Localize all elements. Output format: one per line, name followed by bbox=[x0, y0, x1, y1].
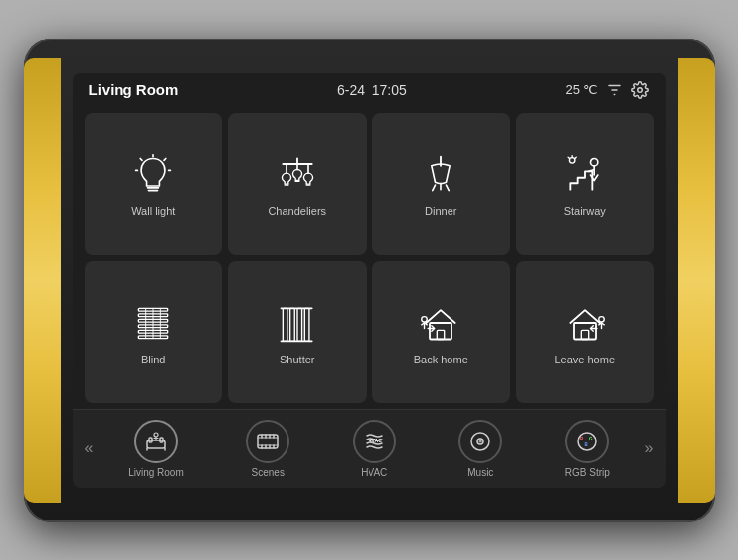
temperature: 25 ℃ bbox=[565, 82, 598, 97]
svg-text:R: R bbox=[580, 437, 584, 441]
nav-item-hvac[interactable]: HVAC HVAC bbox=[353, 420, 396, 478]
svg-point-23 bbox=[590, 158, 597, 165]
chandeliers-icon bbox=[273, 150, 322, 200]
svg-line-30 bbox=[568, 157, 569, 158]
svg-point-66 bbox=[154, 433, 158, 437]
living-room-nav-icon bbox=[134, 420, 178, 463]
svg-point-3 bbox=[638, 87, 643, 92]
svg-line-8 bbox=[164, 158, 166, 160]
nav-next-button[interactable]: » bbox=[641, 440, 658, 457]
stairway-label: Stairway bbox=[564, 205, 606, 217]
shutter-button[interactable]: Shutter bbox=[228, 261, 367, 403]
leave-home-icon bbox=[560, 298, 610, 348]
datetime: 6-24 17:05 bbox=[337, 82, 407, 98]
blind-icon bbox=[128, 298, 178, 348]
nav-item-rgb-strip[interactable]: R G B RGB Strip bbox=[565, 420, 610, 478]
back-home-button[interactable]: Back home bbox=[372, 261, 511, 403]
living-room-nav-label: Living Room bbox=[128, 467, 184, 478]
nav-item-music[interactable]: Music bbox=[458, 420, 502, 478]
svg-text:G: G bbox=[589, 437, 593, 441]
blind-label: Blind bbox=[141, 354, 165, 365]
svg-rect-55 bbox=[581, 330, 588, 339]
svg-point-83 bbox=[479, 440, 481, 442]
leave-home-label: Leave home bbox=[554, 354, 615, 365]
right-gold-bar bbox=[678, 58, 715, 503]
main-grid: Wall light bbox=[73, 107, 666, 409]
dinner-button[interactable]: Dinner bbox=[372, 113, 511, 255]
bottom-nav: « bbox=[73, 409, 666, 488]
shutter-label: Shutter bbox=[280, 354, 314, 365]
settings-icon[interactable] bbox=[631, 81, 649, 99]
svg-point-28 bbox=[569, 157, 575, 163]
nav-item-living-room[interactable]: Living Room bbox=[128, 420, 184, 478]
device-frame: Living Room 6-24 17:05 25 ℃ bbox=[24, 39, 715, 522]
rgb-strip-nav-icon: R G B bbox=[565, 420, 609, 463]
svg-text:B: B bbox=[585, 442, 589, 447]
scenes-nav-icon bbox=[246, 420, 289, 463]
svg-text:HVAC: HVAC bbox=[369, 438, 382, 443]
dinner-label: Dinner bbox=[425, 205, 456, 217]
svg-rect-43 bbox=[297, 308, 302, 341]
nav-items: Living Room bbox=[97, 420, 640, 478]
dinner-icon bbox=[416, 150, 465, 200]
chandeliers-label: Chandeliers bbox=[268, 205, 326, 217]
screen: Living Room 6-24 17:05 25 ℃ bbox=[73, 73, 666, 488]
shutter-icon bbox=[273, 298, 322, 348]
wall-light-button[interactable]: Wall light bbox=[85, 113, 223, 255]
music-nav-label: Music bbox=[467, 467, 493, 478]
filter-icon[interactable] bbox=[606, 81, 623, 99]
nav-prev-button[interactable]: « bbox=[81, 440, 98, 457]
rgb-strip-nav-label: RGB Strip bbox=[565, 467, 610, 478]
svg-point-49 bbox=[422, 316, 428, 322]
svg-line-27 bbox=[594, 175, 598, 181]
scenes-nav-label: Scenes bbox=[252, 467, 285, 478]
wall-light-label: Wall light bbox=[131, 205, 175, 217]
hvac-nav-label: HVAC bbox=[361, 467, 387, 478]
svg-rect-44 bbox=[304, 308, 309, 341]
hvac-nav-icon: HVAC bbox=[353, 420, 396, 463]
wall-light-icon bbox=[128, 150, 178, 200]
svg-point-56 bbox=[599, 316, 605, 322]
status-bar: Living Room 6-24 17:05 25 ℃ bbox=[73, 73, 666, 107]
svg-rect-47 bbox=[430, 323, 451, 340]
nav-item-scenes[interactable]: Scenes bbox=[246, 420, 289, 478]
svg-point-84 bbox=[578, 433, 596, 450]
svg-line-31 bbox=[575, 157, 576, 158]
svg-point-81 bbox=[471, 433, 489, 450]
svg-line-7 bbox=[140, 158, 142, 160]
right-info: 25 ℃ bbox=[565, 81, 649, 99]
svg-rect-48 bbox=[438, 330, 445, 339]
back-home-icon bbox=[416, 298, 465, 348]
left-gold-bar bbox=[24, 58, 61, 503]
music-nav-icon bbox=[458, 420, 502, 463]
chandeliers-button[interactable]: Chandeliers bbox=[228, 113, 367, 255]
room-name: Living Room bbox=[89, 81, 179, 98]
leave-home-button[interactable]: Leave home bbox=[516, 261, 654, 403]
svg-rect-42 bbox=[289, 308, 294, 341]
svg-line-22 bbox=[447, 185, 450, 191]
stairway-icon bbox=[560, 150, 610, 200]
svg-rect-69 bbox=[258, 435, 278, 448]
svg-point-82 bbox=[477, 439, 483, 444]
svg-rect-41 bbox=[283, 308, 287, 341]
stairway-button[interactable]: Stairway bbox=[516, 113, 654, 255]
blind-button[interactable]: Blind bbox=[85, 261, 223, 403]
back-home-label: Back home bbox=[414, 354, 468, 365]
svg-line-21 bbox=[433, 185, 436, 191]
